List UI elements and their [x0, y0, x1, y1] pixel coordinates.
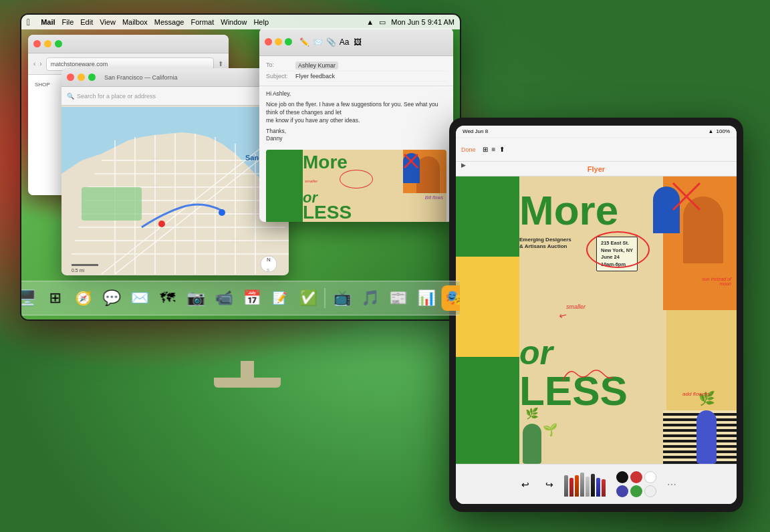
dock-icon-messages[interactable]: 💬 [99, 285, 124, 311]
safari-forward-btn[interactable]: › [39, 60, 41, 68]
menu-edit[interactable]: Edit [80, 18, 93, 26]
ipad-status-bar: Wed Jun 8 ▲ 100% [456, 126, 737, 138]
maps-close-btn[interactable] [67, 74, 74, 81]
dock-icon-numbers[interactable]: 📊 [414, 285, 439, 311]
ipad-list-icon[interactable]: ≡ [492, 146, 496, 153]
mail-photo-icon[interactable]: 🖼 [352, 37, 363, 47]
ipad-tool-pencil-gray[interactable] [564, 475, 568, 497]
ipad-tool-marker-light[interactable] [580, 473, 584, 497]
dock-separator [325, 288, 326, 308]
ipad-flyer-content: More Emerging Designers & Artisans Aucti… [456, 176, 737, 464]
ipad-grid-icon[interactable]: ⊞ [483, 146, 488, 153]
ipad-color-red[interactable] [630, 471, 642, 483]
dock-icon-appletv[interactable]: 📺 [330, 285, 355, 311]
maps-maximize-btn[interactable] [88, 74, 96, 81]
annotation-smaller: smaller [566, 303, 586, 310]
annotation-squiggle [559, 364, 613, 384]
safari-shop-link[interactable]: SHOP [35, 82, 50, 88]
mail-window: ✏️ 📨 📎 Aa 🖼 To: Ashley Kumar [259, 28, 453, 222]
mail-flyer-less: LESS [303, 202, 352, 222]
mail-minimize-btn[interactable] [275, 38, 282, 45]
search-icon: 🔍 [67, 93, 74, 100]
ipad-color-light[interactable] [644, 485, 656, 497]
ipad-tool-marker-white[interactable] [586, 477, 590, 497]
mail-body[interactable]: Hi Ashley, Nice job on the flyer. I have… [259, 86, 453, 147]
mail-format-icon[interactable]: Aa [339, 37, 350, 47]
ipad-done-btn[interactable]: Done [461, 146, 476, 153]
safari-close-btn[interactable] [33, 40, 41, 47]
ipad-share-icon[interactable]: ⬆ [499, 146, 505, 153]
imac-base [214, 378, 281, 388]
safari-share-icon[interactable]: ⬆ [218, 60, 223, 68]
dock-icon-keynote[interactable]: 🎭 [442, 285, 462, 311]
dock-icon-calendar[interactable]: 📅 [239, 285, 265, 311]
ipad-undo-btn[interactable]: ↩ [516, 475, 535, 494]
dock-icon-finder[interactable]: 🖥️ [20, 285, 40, 311]
ipad-status-time: Wed Jun 8 [463, 128, 488, 134]
ipad-color-white[interactable] [644, 471, 656, 483]
dock-icon-news[interactable]: 📰 [386, 285, 411, 311]
maps-minimize-btn[interactable] [78, 74, 85, 81]
ipad-tool-pen-black[interactable] [591, 474, 595, 497]
ipad-tool-pen-red[interactable] [569, 478, 573, 497]
menu-file[interactable]: File [62, 18, 74, 26]
ipad-color-blue[interactable] [616, 485, 628, 497]
maps-map-content[interactable]: San Francisco 0.5 mi N [61, 106, 289, 275]
mail-sign: Thanks, [266, 128, 446, 136]
flyer-event-details: Emerging Designers & Artisans Auction [519, 237, 573, 251]
ipad-color-green[interactable] [630, 485, 642, 497]
mail-subject-value[interactable]: Flyer feedback [295, 73, 335, 80]
mail-body-text2: me know if you have any other ideas. [266, 117, 446, 125]
safari-minimize-btn[interactable] [44, 40, 51, 47]
safari-titlebar [28, 35, 229, 53]
ipad-toolbar: Done ⊞ ≡ ⬆ [456, 138, 737, 162]
imac-screen:  Mail File Edit View Mailbox Message Fo… [20, 13, 461, 321]
ipad-tool-pen-blue[interactable] [596, 478, 600, 497]
ipad-tool-selector [564, 473, 606, 497]
menu-mailbox[interactable]: Mailbox [122, 18, 148, 26]
annotation-sun-instead: sun instead of moon [691, 277, 731, 286]
dock-icon-facetime[interactable]: 📹 [211, 285, 237, 311]
dock-icon-music[interactable]: 🎵 [358, 285, 383, 311]
menu-help[interactable]: Help [253, 18, 269, 26]
safari-maximize-btn[interactable] [55, 40, 62, 47]
mail-compose-icon[interactable]: ✏️ [299, 37, 309, 47]
ipad-tool-pen-darkred[interactable] [602, 479, 606, 497]
dock-icon-photos[interactable]: 📷 [183, 285, 209, 311]
maps-titlebar: San Francisco — California [61, 68, 289, 87]
imac-neck [241, 361, 254, 378]
mail-to-value[interactable]: Ashley Kumar [295, 61, 338, 70]
dock-icon-mail[interactable]: ✉️ [127, 285, 152, 311]
safari-back-btn[interactable]: ‹ [33, 60, 35, 68]
menu-view[interactable]: View [100, 18, 116, 26]
ipad-status-right: ▲ 100% [709, 128, 730, 134]
menu-window[interactable]: Window [221, 18, 247, 26]
dock: 🖥️ ⊞ 🧭 💬 ✉️ 🗺 📷 📹 📅 📝 ✅ 📺 🎵 📰 📊 [20, 281, 461, 315]
ipad-tool-brush-orange[interactable] [575, 475, 579, 497]
ipad-more-tools-btn[interactable]: ⋯ [667, 479, 676, 490]
safari-url: matchstoneware.com [51, 61, 108, 68]
dock-icon-launchpad[interactable]: ⊞ [43, 285, 68, 311]
mail-maximize-btn[interactable] [285, 38, 292, 45]
dock-icon-reminders[interactable]: ✅ [295, 285, 321, 311]
apple-menu[interactable]:  [27, 17, 30, 27]
svg-point-23 [219, 209, 225, 216]
maps-search-bar[interactable]: 🔍 Search for a place or address [61, 87, 289, 106]
ipad-color-black[interactable] [616, 471, 628, 483]
dock-icon-notes[interactable]: 📝 [267, 285, 293, 311]
mail-send-icon[interactable]: 📨 [312, 37, 323, 47]
menu-mail[interactable]: Mail [41, 18, 55, 26]
imac-frame:  Mail File Edit View Mailbox Message Fo… [20, 13, 475, 361]
flyer-bottom-plant: 🌱 [543, 422, 557, 437]
dock-icon-maps[interactable]: 🗺 [155, 285, 180, 311]
ipad-title-bar: Flyer [456, 162, 737, 176]
menu-format[interactable]: Format [190, 18, 214, 26]
flyer-blue-vase: 🌿 [696, 410, 717, 464]
mail-close-btn[interactable] [265, 38, 272, 45]
mail-attach-icon[interactable]: 📎 [326, 37, 336, 47]
ipad-color-selector [616, 471, 656, 497]
dock-icon-safari[interactable]: 🧭 [71, 285, 96, 311]
imac-screen-inner:  Mail File Edit View Mailbox Message Fo… [21, 15, 460, 319]
ipad-redo-btn[interactable]: ↪ [540, 475, 559, 494]
menu-message[interactable]: Message [154, 18, 184, 26]
